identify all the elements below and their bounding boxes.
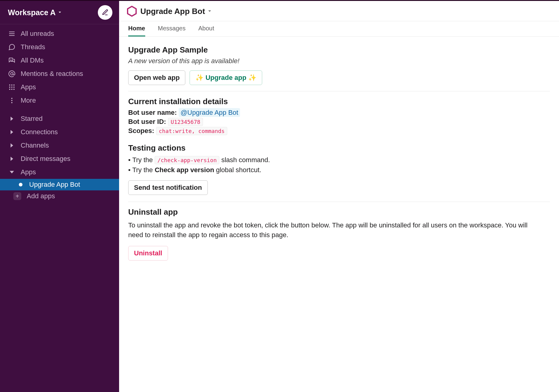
channel-title-button[interactable]: Upgrade App Bot — [140, 7, 212, 16]
threads-icon — [8, 43, 16, 51]
channel-header: Upgrade App Bot — [119, 1, 559, 21]
bot-id-row: Bot user ID: U12345678 — [128, 118, 550, 126]
app-tabs: Home Messages About — [119, 21, 559, 37]
send-test-notification-button[interactable]: Send test notification — [128, 180, 208, 195]
svg-point-1 — [9, 84, 10, 86]
svg-point-4 — [9, 87, 10, 88]
sidebar-section-label: Direct messages — [21, 154, 70, 164]
sidebar-add-apps[interactable]: + Add apps — [0, 190, 119, 202]
scopes-row: Scopes: chat:write, commands — [128, 127, 550, 135]
caret-right-icon — [8, 157, 16, 161]
compose-button[interactable] — [98, 5, 112, 20]
channel-title: Upgrade App Bot — [140, 7, 205, 16]
sidebar-threads[interactable]: Threads — [0, 40, 119, 54]
tab-about[interactable]: About — [198, 25, 214, 36]
sidebar-section-starred[interactable]: Starred — [0, 112, 119, 125]
scopes-label: Scopes: — [128, 127, 154, 135]
dm-icon — [8, 56, 16, 64]
bot-id-value: U12345678 — [168, 118, 203, 126]
scopes-value: chat:write, commands — [156, 127, 228, 135]
sidebar-item-label: All DMs — [21, 56, 44, 65]
presence-dot-icon — [19, 183, 22, 186]
home-tab-content: Upgrade App Sample A new version of this… — [119, 37, 559, 273]
bot-name-label: Bot user name: — [128, 109, 177, 116]
sidebar-item-label: Add apps — [27, 192, 55, 200]
sidebar-all-unreads[interactable]: All unreads — [0, 27, 119, 40]
sidebar-item-label: Apps — [21, 82, 36, 92]
chevron-down-icon — [207, 9, 212, 14]
sidebar: Workspace A All unreads Threads All D — [0, 1, 119, 392]
caret-down-icon — [8, 170, 16, 174]
caret-right-icon — [8, 143, 16, 148]
svg-point-12 — [11, 102, 12, 103]
sidebar-section-label: Connections — [21, 127, 58, 137]
sidebar-section-label: Starred — [21, 114, 43, 124]
svg-point-6 — [13, 87, 15, 88]
plus-icon: + — [13, 192, 21, 200]
slash-command-code: /check-app-version — [155, 156, 219, 164]
install-heading: Current installation details — [128, 97, 550, 106]
tab-messages[interactable]: Messages — [158, 25, 186, 36]
sidebar-all-dms[interactable]: All DMs — [0, 54, 119, 67]
sidebar-more[interactable]: More — [0, 94, 119, 107]
bot-name-mention[interactable]: @Upgrade App Bot — [179, 108, 240, 117]
svg-point-5 — [11, 87, 12, 88]
svg-point-11 — [11, 100, 12, 101]
bot-name-row: Bot user name: @Upgrade App Bot — [128, 109, 550, 117]
sidebar-section-label: Channels — [21, 141, 49, 150]
sidebar-apps[interactable]: Apps — [0, 80, 119, 94]
hero-subtitle: A new version of this app is available! — [128, 57, 550, 65]
sparkle-icon: ✨ — [248, 74, 256, 81]
workspace-header: Workspace A — [0, 1, 119, 24]
svg-point-0 — [11, 73, 13, 75]
workspace-switcher[interactable]: Workspace A — [8, 8, 62, 17]
svg-point-7 — [9, 89, 10, 90]
sidebar-section-channels[interactable]: Channels — [0, 139, 119, 152]
menu-icon — [8, 30, 16, 38]
chevron-down-icon — [57, 10, 62, 15]
sidebar-mentions[interactable]: Mentions & reactions — [0, 67, 119, 80]
sparkle-icon: ✨ — [195, 74, 204, 81]
caret-right-icon — [8, 117, 16, 121]
svg-marker-13 — [128, 6, 136, 16]
svg-point-9 — [13, 89, 15, 90]
sidebar-item-label: Mentions & reactions — [21, 69, 83, 79]
sidebar-item-label: Upgrade App Bot — [29, 181, 80, 189]
sidebar-item-label: Threads — [21, 42, 45, 52]
compose-icon — [101, 9, 109, 16]
caret-right-icon — [8, 130, 16, 134]
sidebar-section-dms[interactable]: Direct messages — [0, 152, 119, 165]
at-icon — [8, 70, 16, 78]
svg-point-8 — [11, 89, 12, 90]
sidebar-item-label: All unreads — [21, 29, 54, 39]
app-logo-icon — [126, 6, 137, 17]
svg-point-2 — [11, 84, 12, 86]
sidebar-item-label: More — [21, 96, 36, 105]
workspace-name: Workspace A — [8, 8, 56, 17]
open-web-app-button[interactable]: Open web app — [128, 70, 185, 85]
testing-line-2: Try the Check app version global shortcu… — [128, 165, 550, 175]
sidebar-section-connections[interactable]: Connections — [0, 125, 119, 139]
uninstall-body: To uninstall the app and revoke the bot … — [128, 220, 535, 240]
bot-id-label: Bot user ID: — [128, 118, 166, 125]
uninstall-heading: Uninstall app — [128, 207, 550, 217]
sidebar-section-label: Apps — [21, 167, 36, 177]
divider — [128, 91, 550, 91]
sidebar-section-apps[interactable]: Apps — [0, 165, 119, 179]
shortcut-name: Check app version — [155, 166, 214, 174]
testing-heading: Testing actions — [128, 143, 550, 153]
upgrade-app-button[interactable]: ✨ Upgrade app ✨ — [190, 70, 262, 85]
svg-point-3 — [13, 84, 15, 86]
svg-point-10 — [11, 98, 12, 99]
more-icon — [8, 97, 16, 104]
apps-icon — [8, 83, 16, 91]
uninstall-button[interactable]: Uninstall — [128, 246, 168, 261]
hero-title: Upgrade App Sample — [128, 45, 550, 55]
testing-line-1: Try the /check-app-version slash command… — [128, 155, 550, 165]
divider — [128, 202, 550, 202]
tab-home[interactable]: Home — [128, 25, 145, 36]
sidebar-app-upgrade-bot[interactable]: Upgrade App Bot — [0, 179, 119, 190]
main-panel: Upgrade App Bot Home Messages About Upgr… — [119, 1, 559, 392]
